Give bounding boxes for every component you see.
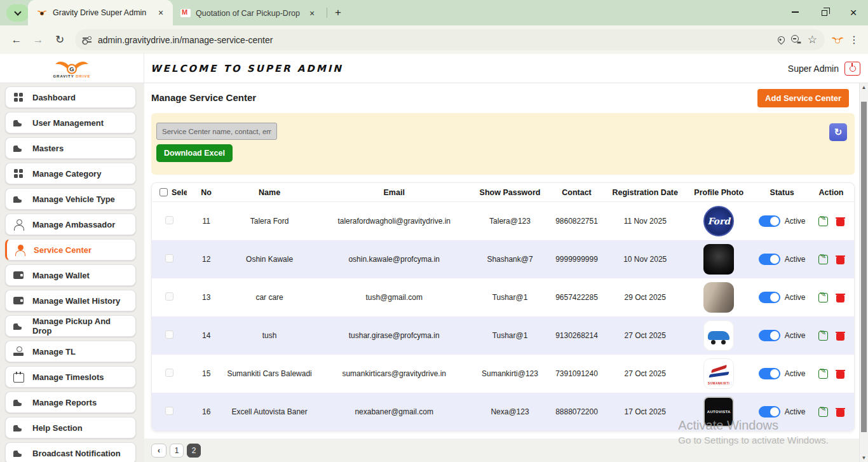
- header-right: Super Admin: [788, 62, 868, 76]
- sidebar-item[interactable]: Masters: [5, 137, 136, 159]
- sidebar-item[interactable]: Help Section: [5, 417, 136, 438]
- address-bar[interactable]: admin.gravitydrive.in/manage-service-cen…: [75, 29, 825, 50]
- sidebar-item[interactable]: Manage Timeslots: [5, 366, 136, 388]
- zoom-out-icon[interactable]: [791, 35, 801, 45]
- edit-icon[interactable]: [818, 255, 828, 264]
- edit-icon[interactable]: [818, 331, 828, 341]
- delete-icon[interactable]: [836, 216, 844, 226]
- delete-icon[interactable]: [836, 292, 844, 302]
- site-settings-icon[interactable]: [83, 36, 92, 43]
- user-name: Super Admin: [788, 64, 839, 74]
- status-toggle[interactable]: [759, 215, 780, 227]
- add-service-center-button[interactable]: Add Service Center: [757, 89, 849, 107]
- tab-search-button[interactable]: [6, 4, 29, 22]
- pagination-prev-button[interactable]: ‹: [151, 444, 166, 458]
- sidebar-item[interactable]: Manage Reports: [5, 391, 136, 413]
- cell-status: Active: [756, 330, 808, 341]
- status-label: Active: [785, 331, 806, 340]
- bookmark-star-icon[interactable]: [808, 34, 817, 45]
- new-tab-button[interactable]: [332, 6, 344, 19]
- table-row: 14 tush tushar.girase@profcyma.in Tushar…: [152, 316, 854, 355]
- browser-toolbar: ← → ↻ admin.gravitydrive.in/manage-servi…: [0, 25, 868, 54]
- status-toggle[interactable]: [759, 254, 780, 265]
- tab-close-icon[interactable]: [306, 8, 318, 19]
- sidebar-item[interactable]: Broadcast Notification: [5, 442, 136, 462]
- row-checkbox[interactable]: [165, 216, 173, 224]
- cell-email: talerafordwagholi@gravitydrive.in: [313, 217, 475, 226]
- row-checkbox[interactable]: [165, 407, 173, 415]
- sidebar-item-icon: [12, 218, 25, 231]
- scrollbar-down-arrow[interactable]: ▼: [860, 455, 868, 461]
- refresh-button[interactable]: [829, 123, 847, 141]
- sidebar-item[interactable]: Manage Pickup And Drop: [5, 315, 136, 337]
- table-header-photo: Profile Photo: [682, 188, 756, 197]
- select-all-checkbox[interactable]: [159, 188, 168, 196]
- logout-button[interactable]: [844, 62, 860, 76]
- sidebar-item[interactable]: Manage TL: [5, 341, 136, 362]
- forward-button[interactable]: →: [28, 30, 48, 50]
- cell-name: tush: [226, 331, 313, 340]
- edit-icon[interactable]: [818, 217, 828, 226]
- status-toggle[interactable]: [759, 330, 780, 341]
- cell-date: 29 Oct 2025: [608, 293, 682, 302]
- url-text[interactable]: admin.gravitydrive.in/manage-service-cen…: [98, 35, 771, 45]
- status-toggle[interactable]: [759, 292, 780, 303]
- scrollbar-up-arrow[interactable]: ▲: [860, 85, 868, 90]
- tab-close-icon[interactable]: [155, 7, 166, 18]
- delete-icon[interactable]: [836, 254, 844, 264]
- search-input[interactable]: [156, 123, 277, 140]
- browser-menu-icon[interactable]: [846, 34, 862, 46]
- reload-button[interactable]: ↻: [50, 30, 70, 50]
- delete-icon[interactable]: [836, 407, 844, 417]
- status-toggle[interactable]: [759, 406, 780, 418]
- cell-password: Sumankirti@123: [475, 369, 545, 378]
- table-row: 11 Talera Ford talerafordwagholi@gravity…: [152, 202, 854, 240]
- sidebar-item[interactable]: Manage Ambassador: [5, 214, 136, 235]
- cell-password: Tushar@1: [475, 331, 545, 340]
- cell-name: Sumankiti Cars Balewadi: [226, 369, 313, 378]
- sidebar-item[interactable]: Manage Wallet: [5, 264, 136, 286]
- pagination-page-button[interactable]: 1: [170, 444, 184, 458]
- edit-icon[interactable]: [818, 293, 828, 302]
- close-button[interactable]: [839, 0, 868, 24]
- row-checkbox[interactable]: [165, 254, 173, 262]
- sidebar-item[interactable]: Manage Vehicle Type: [5, 188, 136, 210]
- page-scrollbar[interactable]: ▲ ▼: [859, 83, 868, 462]
- browser-tab-active[interactable]: Gravity Drive Super Admin: [28, 0, 173, 25]
- row-checkbox[interactable]: [165, 292, 173, 301]
- location-pin-icon[interactable]: [776, 35, 786, 45]
- table-header-name: Name: [226, 188, 313, 197]
- sidebar-item[interactable]: Manage Category: [5, 163, 136, 184]
- cell-action: [808, 216, 854, 226]
- cell-date: 11 Nov 2025: [608, 217, 682, 226]
- sidebar-item-label: Manage Reports: [32, 398, 97, 407]
- power-icon: [850, 65, 856, 72]
- cell-contact: 9860822751: [545, 217, 608, 226]
- cell-email: tushar.girase@profcyma.in: [313, 331, 475, 340]
- sidebar-item[interactable]: Manage Wallet History: [5, 290, 136, 311]
- minimize-button[interactable]: [780, 0, 810, 24]
- back-button[interactable]: ←: [6, 30, 27, 50]
- sidebar-item[interactable]: Dashboard: [5, 86, 136, 108]
- row-checkbox[interactable]: [165, 369, 173, 377]
- delete-icon[interactable]: [836, 369, 844, 379]
- status-toggle[interactable]: [759, 368, 780, 379]
- scrollbar-thumb[interactable]: [861, 102, 867, 432]
- cell-contact: 9999999999: [545, 255, 608, 264]
- row-checkbox[interactable]: [165, 330, 173, 339]
- download-excel-button[interactable]: Download Excel: [156, 144, 233, 162]
- cell-status: Active: [756, 254, 808, 265]
- sidebar-item-label: Dashboard: [32, 93, 76, 102]
- sidebar-item[interactable]: User Management: [5, 112, 136, 133]
- browser-tab-inactive[interactable]: Quotation of Car Pickup-Drop S: [177, 4, 322, 22]
- edit-icon[interactable]: [818, 407, 828, 417]
- table-header-status: Status: [756, 188, 808, 197]
- sidebar-item[interactable]: Service Center: [5, 239, 136, 261]
- table-header-password: Show Password: [475, 188, 545, 197]
- restore-button[interactable]: [810, 0, 839, 24]
- svg-text:G: G: [69, 65, 74, 72]
- extension-gravity-icon[interactable]: [830, 32, 845, 48]
- delete-icon[interactable]: [836, 330, 844, 341]
- edit-icon[interactable]: [818, 369, 828, 379]
- pagination-page-button[interactable]: 2: [187, 444, 201, 458]
